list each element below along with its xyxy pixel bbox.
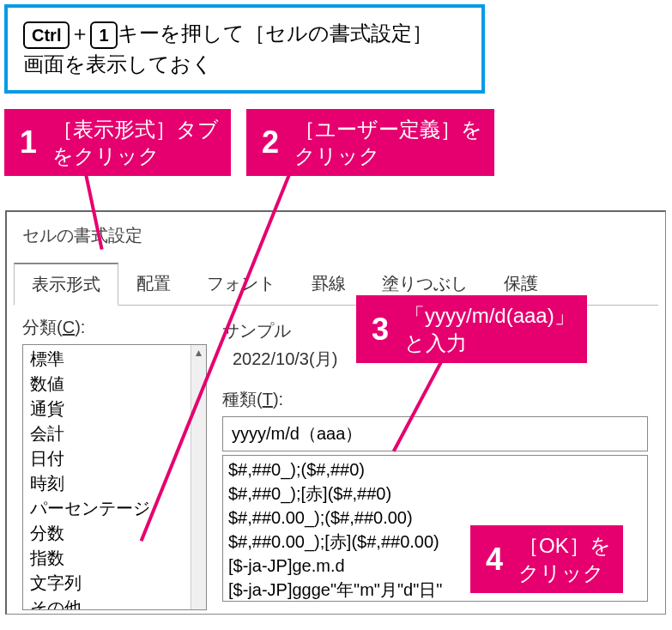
callout-3: 3 「yyyy/m/d(aaa)」 と入力	[356, 295, 587, 362]
instruction-text-1: キーを押して［セルの書式設定］	[118, 21, 433, 45]
list-item[interactable]: 分数	[25, 521, 204, 546]
callout-2: 2 ［ユーザー定義］を クリック	[246, 109, 494, 176]
list-item[interactable]: パーセンテージ	[25, 496, 204, 521]
type-input[interactable]	[222, 416, 648, 451]
category-label: 分類(C):	[22, 316, 207, 339]
list-item[interactable]: 会計	[25, 421, 204, 446]
callout-3-num: 3	[356, 303, 404, 356]
callout-3-text: 「yyyy/m/d(aaa)」 と入力	[404, 295, 575, 362]
scroll-up-icon[interactable]: ▲	[191, 345, 206, 360]
instruction-text-2: 画面を表示しておく	[23, 49, 466, 80]
callout-1: 1 ［表示形式］タブ をクリック	[4, 109, 231, 176]
category-listbox[interactable]: 標準 数値 通貨 会計 日付 時刻 パーセンテージ 分数 指数 文字列 その他 …	[22, 344, 207, 610]
list-item[interactable]: 日付	[25, 446, 204, 471]
callout-4-num: 4	[470, 533, 518, 586]
list-item[interactable]: その他	[25, 596, 204, 610]
instruction-box: Ctrl＋1キーを押して［セルの書式設定］ 画面を表示しておく	[4, 4, 485, 94]
plus-sign: ＋	[70, 21, 90, 45]
list-item[interactable]: 数値	[25, 372, 204, 397]
list-item[interactable]: $#,##0_);($#,##0)	[228, 457, 642, 482]
callout-1-num: 1	[4, 116, 52, 169]
tab-font[interactable]: フォント	[189, 263, 294, 305]
list-item[interactable]: 時刻	[25, 471, 204, 496]
callout-row: 1 ［表示形式］タブ をクリック 2 ［ユーザー定義］を クリック	[4, 109, 672, 176]
tab-border[interactable]: 罫線	[294, 263, 364, 305]
callout-4-text: ［OK］を クリック	[518, 525, 611, 592]
callout-1-text: ［表示形式］タブ をクリック	[52, 109, 219, 176]
type-label: 種類(T):	[222, 388, 657, 411]
list-item[interactable]: 通貨	[25, 397, 204, 421]
key-1: 1	[90, 21, 117, 49]
dialog-title: セルの書式設定	[7, 212, 665, 256]
callout-2-num: 2	[246, 116, 294, 169]
tab-alignment[interactable]: 配置	[118, 263, 189, 305]
callout-2-text: ［ユーザー定義］を クリック	[294, 109, 482, 176]
key-ctrl: Ctrl	[23, 21, 70, 49]
scrollbar[interactable]: ▲	[191, 345, 206, 609]
list-item[interactable]: 標準	[25, 347, 204, 372]
callout-4: 4 ［OK］を クリック	[470, 525, 623, 592]
list-item[interactable]: 指数	[25, 546, 204, 571]
list-item[interactable]: $#,##0_);[赤]($#,##0)	[228, 482, 642, 506]
list-item[interactable]: 文字列	[25, 571, 204, 596]
tab-number-format[interactable]: 表示形式	[14, 263, 118, 306]
